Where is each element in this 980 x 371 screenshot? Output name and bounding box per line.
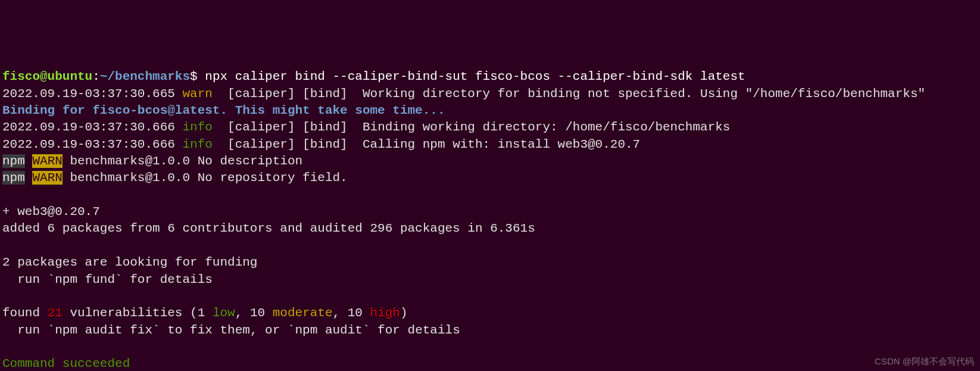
- warn-badge: WARN: [32, 154, 62, 168]
- vuln-mid1: vulnerabilities (1: [63, 306, 213, 320]
- vuln-end: ): [400, 306, 408, 320]
- log-message: Binding working directory: /home/fisco/b…: [363, 120, 731, 134]
- blank-line: [2, 238, 978, 254]
- space: [25, 154, 33, 168]
- log-timestamp: 2022.09.19-03:37:30.665: [2, 87, 182, 101]
- space: [25, 171, 33, 185]
- vuln-pre: found: [2, 306, 48, 320]
- log-level-info: info: [182, 120, 212, 134]
- npm-warn-msg: benchmarks@1.0.0 No repository field.: [63, 171, 348, 185]
- log-timestamp: 2022.09.19-03:37:30.666: [2, 120, 182, 134]
- vuln-moderate: moderate: [273, 306, 333, 320]
- log-source: [caliper] [bind]: [227, 120, 363, 134]
- command-text: npx caliper bind --caliper-bind-sut fisc…: [198, 70, 745, 83]
- npm-warn-line-1: npm WARN benchmarks@1.0.0 No description: [2, 153, 978, 170]
- vulnerabilities-line: found 21 vulnerabilities (1 low, 10 mode…: [2, 305, 978, 322]
- log-line-info-2: 2022.09.19-03:37:30.666 info [caliper] […: [2, 136, 978, 153]
- npm-warn-line-2: npm WARN benchmarks@1.0.0 No repository …: [2, 170, 978, 186]
- log-message: Working directory for binding not specif…: [363, 87, 925, 101]
- log-line-warn: 2022.09.19-03:37:30.665 warn [caliper] […: [2, 86, 978, 102]
- warn-badge: WARN: [32, 171, 62, 185]
- log-pad: [213, 138, 227, 151]
- log-timestamp: 2022.09.19-03:37:30.666: [2, 138, 182, 151]
- vuln-mid2: , 10: [235, 306, 273, 320]
- audit-line: run `npm audit fix` to fix them, or `npm…: [2, 322, 978, 339]
- blank-line: [2, 288, 978, 305]
- vuln-low: low: [213, 306, 235, 320]
- binding-message: Binding for fisco-bcos@latest. This migh…: [2, 102, 978, 119]
- prompt-path: ~/benchmarks: [100, 70, 190, 83]
- packages-added: added 6 packages from 6 contributors and…: [2, 220, 978, 237]
- prompt-dollar: $: [190, 70, 198, 83]
- command-succeeded: Command succeeded: [2, 356, 978, 371]
- log-source: [caliper] [bind]: [227, 87, 363, 101]
- prompt-line-1: fisco@ubuntu:~/benchmarks$ npx caliper b…: [2, 68, 978, 85]
- log-source: [caliper] [bind]: [227, 138, 363, 151]
- prompt-sep: :: [92, 70, 100, 83]
- prompt-user: fisco@ubuntu: [2, 70, 92, 83]
- vuln-mid3: , 10: [333, 306, 370, 320]
- funding-line-1: 2 packages are looking for funding: [2, 254, 978, 271]
- terminal-output[interactable]: fisco@ubuntu:~/benchmarks$ npx caliper b…: [2, 68, 978, 371]
- package-installed: + web3@0.20.7: [2, 204, 978, 220]
- blank-line: [2, 187, 978, 204]
- npm-warn-msg: benchmarks@1.0.0 No description: [63, 154, 302, 168]
- log-pad: [213, 120, 227, 134]
- log-message: Calling npm with: install web3@0.20.7: [363, 138, 640, 151]
- log-level-info: info: [182, 138, 212, 151]
- log-pad: [213, 87, 227, 101]
- funding-line-2: run `npm fund` for details: [2, 272, 978, 288]
- blank-line: [2, 339, 978, 356]
- npm-badge: npm: [2, 154, 25, 168]
- log-level-warn: warn: [182, 87, 212, 101]
- watermark-text: CSDN @阿雄不会写代码: [875, 356, 974, 367]
- vuln-count: 21: [48, 306, 63, 320]
- npm-badge: npm: [2, 171, 25, 185]
- log-line-info-1: 2022.09.19-03:37:30.666 info [caliper] […: [2, 119, 978, 136]
- vuln-high: high: [370, 306, 400, 320]
